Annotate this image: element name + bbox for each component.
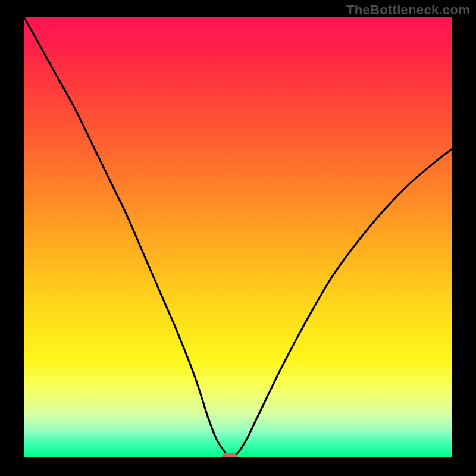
min-marker xyxy=(222,453,237,457)
bottleneck-curve xyxy=(24,17,452,457)
curve-svg xyxy=(24,17,452,457)
watermark-text: TheBottleneck.com xyxy=(346,2,470,18)
plot-area xyxy=(24,17,452,457)
chart-frame: TheBottleneck.com xyxy=(0,0,476,476)
